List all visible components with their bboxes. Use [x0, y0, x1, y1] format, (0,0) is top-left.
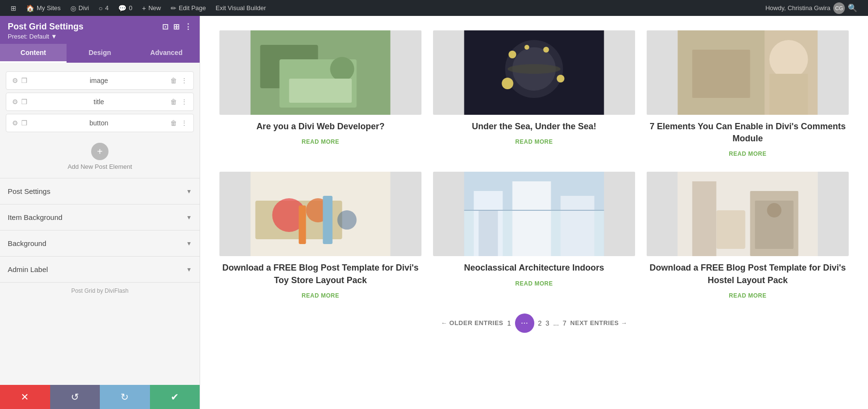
read-more-6[interactable]: READ MORE [647, 292, 849, 299]
howdy-section: Howdy, Christina Gwira CG 🔍 [760, 2, 862, 14]
page-2-link[interactable]: 2 [538, 319, 542, 327]
accordion-post-settings-header[interactable]: Post Settings ▼ [8, 178, 192, 204]
svg-point-38 [767, 203, 782, 218]
drag-icon-title[interactable]: ⋮ [181, 98, 188, 106]
svg-point-11 [525, 45, 529, 50]
settings-icon-title[interactable]: ⚙ [12, 98, 18, 106]
minimize-icon[interactable]: ⊡ [162, 22, 168, 31]
svg-point-25 [338, 210, 357, 230]
post-img-5 [433, 172, 635, 256]
chevron-down-icon-admin: ▼ [186, 266, 192, 273]
chevron-down-icon-bg: ▼ [186, 240, 192, 247]
read-more-2[interactable]: READ MORE [433, 138, 635, 145]
my-sites-item[interactable]: 🏠 My Sites [21, 0, 66, 16]
settings-icon[interactable]: ⚙ [12, 77, 18, 84]
page-dots-button[interactable]: ··· [515, 314, 534, 333]
sidebar-title-row: Post Grid Settings ⊡ ⊞ ⋮ [8, 22, 192, 32]
element-image-actions: 🗑 ⋮ [170, 77, 188, 84]
delete-icon[interactable]: 🗑 [170, 77, 177, 84]
page-ellipsis: ... [553, 319, 559, 327]
chevron-down-icon-itembg: ▼ [186, 214, 192, 221]
page-3-link[interactable]: 3 [545, 319, 549, 327]
wp-logo-item[interactable]: ⊞ [6, 0, 21, 16]
bubble-count-item[interactable]: 💬 0 [113, 0, 137, 16]
admin-label-label: Admin Label [8, 265, 48, 273]
post-img-1 [219, 30, 421, 115]
new-label: New [149, 4, 161, 12]
comments-count-item[interactable]: ○ 4 [94, 0, 114, 16]
wp-icon: ⊞ [11, 4, 16, 12]
post-img-2 [433, 30, 635, 115]
svg-point-3 [330, 57, 354, 81]
next-entries-link[interactable]: NEXT ENTRIES → [570, 319, 627, 327]
older-entries-link[interactable]: ← OLDER ENTRIES [441, 319, 503, 327]
wp-admin-bar: ⊞ 🏠 My Sites ◎ Divi ○ 4 💬 0 + New ✏ Edit… [0, 0, 868, 16]
element-button-icons: ⚙ ❒ [12, 119, 27, 127]
undo-button[interactable]: ↺ [50, 385, 100, 409]
page-1-link[interactable]: 1 [507, 319, 511, 327]
svg-rect-4 [289, 79, 352, 103]
post-settings-label: Post Settings [8, 187, 50, 195]
svg-point-9 [509, 51, 516, 58]
read-more-4[interactable]: READ MORE [219, 292, 421, 299]
circle-icon: ○ [99, 4, 103, 12]
add-element-section[interactable]: + Add New Post Element [0, 135, 200, 178]
bubble-icon: 💬 [118, 4, 126, 12]
post-title-4: Download a FREE Blog Post Template for D… [219, 262, 421, 286]
read-more-1[interactable]: READ MORE [219, 138, 421, 145]
post-card-3: 7 Elements You Can Enable in Divi's Comm… [647, 30, 849, 157]
plus-icon: + [142, 4, 146, 12]
accordion-bg-header[interactable]: Background ▼ [8, 231, 192, 256]
post-title-1: Are you a Divi Web Developer? [219, 121, 421, 133]
svg-rect-29 [513, 181, 551, 256]
add-element-button[interactable]: + [91, 143, 108, 160]
accordion-item-bg-header[interactable]: Item Background ▼ [8, 204, 192, 230]
dots-menu-icon[interactable]: ⋮ [184, 22, 192, 31]
settings-icon-button[interactable]: ⚙ [12, 119, 18, 127]
read-more-3[interactable]: READ MORE [647, 150, 849, 157]
tab-content[interactable]: Content [0, 44, 67, 63]
search-icon[interactable]: 🔍 [848, 3, 857, 13]
sidebar-content: ⚙ ❒ image 🗑 ⋮ ⚙ ❒ title 🗑 ⋮ [0, 63, 200, 385]
divi-item[interactable]: ◎ Divi [66, 0, 94, 16]
drag-icon-button[interactable]: ⋮ [181, 119, 188, 127]
element-button-name: button [32, 119, 165, 127]
preset-label[interactable]: Preset: Default ▼ [8, 33, 192, 40]
copy-icon-button[interactable]: ❒ [21, 119, 27, 127]
element-title-icons: ⚙ ❒ [12, 98, 27, 106]
dots-icon: ··· [521, 318, 528, 328]
svg-rect-30 [561, 196, 595, 256]
tab-advanced[interactable]: Advanced [133, 44, 200, 63]
post-card-2: Under the Sea, Under the Sea! READ MORE [433, 30, 635, 157]
redo-button[interactable]: ↻ [100, 385, 150, 409]
post-title-2: Under the Sea, Under the Sea! [433, 121, 635, 133]
grid-icon[interactable]: ⊞ [173, 22, 179, 31]
svg-rect-31 [479, 210, 498, 256]
delete-icon-button[interactable]: 🗑 [170, 119, 177, 127]
read-more-5[interactable]: READ MORE [433, 280, 635, 287]
delete-icon-title[interactable]: 🗑 [170, 98, 177, 106]
copy-icon-title[interactable]: ❒ [21, 98, 27, 106]
element-button-actions: 🗑 ⋮ [170, 119, 188, 127]
sidebar-title-icons: ⊡ ⊞ ⋮ [162, 22, 192, 31]
tab-design[interactable]: Design [67, 44, 133, 63]
svg-rect-35 [692, 181, 717, 256]
sidebar-credit: Post Grid by DiviFlash [0, 282, 200, 299]
drag-icon[interactable]: ⋮ [181, 77, 188, 84]
svg-rect-23 [323, 196, 333, 244]
sidebar-header: Post Grid Settings ⊡ ⊞ ⋮ Preset: Default… [0, 16, 200, 44]
svg-rect-16 [692, 50, 750, 98]
cancel-button[interactable]: ✕ [0, 385, 50, 409]
add-element-label: Add New Post Element [68, 163, 132, 170]
edit-page-item[interactable]: ✏ Edit Page [166, 0, 211, 16]
page-7-link[interactable]: 7 [563, 319, 567, 327]
new-item[interactable]: + New [137, 0, 165, 16]
save-button[interactable]: ✔ [150, 385, 200, 409]
content-area: Are you a Divi Web Developer? READ MORE [200, 16, 868, 409]
svg-rect-24 [299, 205, 306, 244]
home-icon: 🏠 [26, 4, 34, 12]
accordion-admin-header[interactable]: Admin Label ▼ [8, 257, 192, 282]
post-title-6: Download a FREE Blog Post Template for D… [647, 262, 849, 286]
copy-icon[interactable]: ❒ [21, 77, 27, 84]
exit-builder-item[interactable]: Exit Visual Builder [211, 0, 271, 16]
